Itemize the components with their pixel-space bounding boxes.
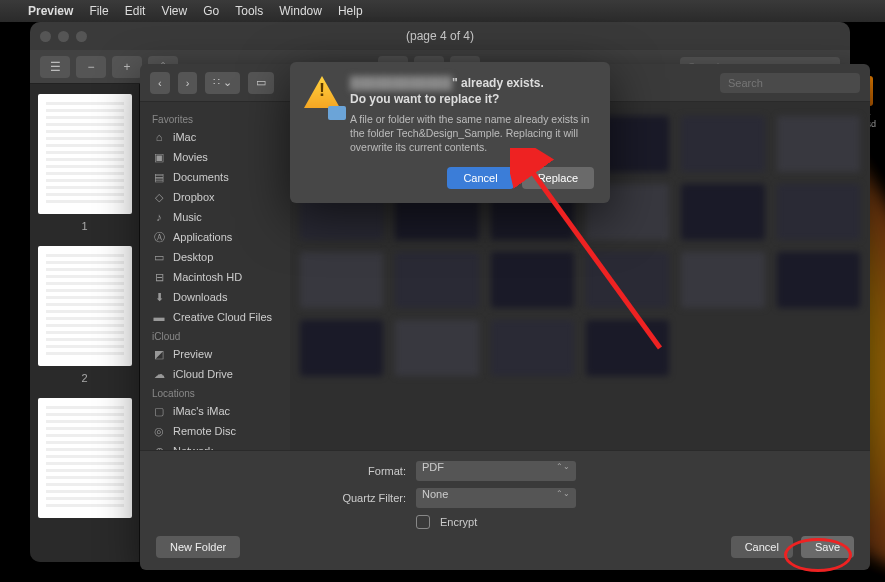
sidebar-item-downloads[interactable]: ⬇Downloads: [140, 287, 290, 307]
dialog-description: A file or folder with the same name alre…: [350, 112, 594, 155]
sheet-search-input[interactable]: [720, 73, 860, 93]
sidebar-item-desktop[interactable]: ▭Desktop: [140, 247, 290, 267]
app-name-menu[interactable]: Preview: [28, 4, 73, 18]
close-window-button[interactable]: [40, 31, 51, 42]
sidebar-item-network[interactable]: ⊕Network: [140, 441, 290, 450]
preview-icon: ◩: [152, 347, 166, 361]
file-item[interactable]: [491, 252, 574, 308]
format-label: Format:: [156, 465, 406, 477]
quartz-value: None: [422, 488, 448, 500]
sidebar-item-label: Documents: [173, 171, 229, 183]
dialog-cancel-button[interactable]: Cancel: [447, 167, 513, 189]
thumbnails-sidebar: 1 2: [30, 84, 140, 562]
cloud-icon: ☁: [152, 367, 166, 381]
file-item[interactable]: [491, 320, 574, 376]
movies-icon: ▣: [152, 150, 166, 164]
music-icon: ♪: [152, 210, 166, 224]
computer-icon: ▢: [152, 404, 166, 418]
menu-window[interactable]: Window: [279, 4, 322, 18]
minimize-window-button[interactable]: [58, 31, 69, 42]
menu-file[interactable]: File: [89, 4, 108, 18]
menu-edit[interactable]: Edit: [125, 4, 146, 18]
sidebar-item-creative-cloud[interactable]: ▬Creative Cloud Files: [140, 307, 290, 327]
sidebar-item-macintosh-hd[interactable]: ⊟Macintosh HD: [140, 267, 290, 287]
documents-icon: ▤: [152, 170, 166, 184]
quartz-filter-select[interactable]: None: [416, 488, 576, 508]
file-item[interactable]: [681, 184, 764, 240]
dialog-headline: ████████████" already exists.: [350, 76, 594, 90]
sidebar-heading-favorites: Favorites: [140, 110, 290, 127]
window-title: (page 4 of 4): [406, 29, 474, 43]
sidebar-item-music[interactable]: ♪Music: [140, 207, 290, 227]
thumbnail-label: 2: [38, 372, 131, 384]
encrypt-checkbox[interactable]: [416, 515, 430, 529]
sidebar-heading-icloud: iCloud: [140, 327, 290, 344]
downloads-icon: ⬇: [152, 290, 166, 304]
file-item[interactable]: [300, 252, 383, 308]
sidebar-item-dropbox[interactable]: ◇Dropbox: [140, 187, 290, 207]
file-item[interactable]: [681, 116, 764, 172]
file-item[interactable]: [586, 320, 669, 376]
save-button[interactable]: Save: [801, 536, 854, 558]
file-item[interactable]: [681, 252, 764, 308]
sidebar-item-imac[interactable]: ⌂iMac: [140, 127, 290, 147]
zoom-window-button[interactable]: [76, 31, 87, 42]
replace-dialog: ████████████" already exists. Do you wan…: [290, 62, 610, 203]
sidebar-item-label: iMac's iMac: [173, 405, 230, 417]
disc-icon: ◎: [152, 424, 166, 438]
sidebar-item-preview[interactable]: ◩Preview: [140, 344, 290, 364]
sidebar-item-icloud-drive[interactable]: ☁iCloud Drive: [140, 364, 290, 384]
finder-sidebar: Favorites ⌂iMac ▣Movies ▤Documents ◇Drop…: [140, 102, 290, 450]
file-item[interactable]: [300, 320, 383, 376]
file-item[interactable]: [395, 320, 478, 376]
desktop-icon: ▭: [152, 250, 166, 264]
file-item[interactable]: [586, 252, 669, 308]
sidebar-item-applications[interactable]: ⒶApplications: [140, 227, 290, 247]
warning-icon: [304, 76, 344, 116]
sidebar-item-remote-disc[interactable]: ◎Remote Disc: [140, 421, 290, 441]
disk-icon: ⊟: [152, 270, 166, 284]
sidebar-heading-locations: Locations: [140, 384, 290, 401]
zoom-out-button[interactable]: −: [76, 56, 106, 78]
dialog-question: Do you want to replace it?: [350, 92, 594, 106]
sidebar-toggle-button[interactable]: ☰: [40, 56, 70, 78]
page-thumbnail[interactable]: [38, 398, 132, 518]
titlebar: (page 4 of 4): [30, 22, 850, 50]
file-item[interactable]: [777, 116, 860, 172]
sidebar-item-label: Music: [173, 211, 202, 223]
sidebar-item-label: Macintosh HD: [173, 271, 242, 283]
sidebar-item-label: Applications: [173, 231, 232, 243]
new-folder-button[interactable]: New Folder: [156, 536, 240, 558]
zoom-in-button[interactable]: +: [112, 56, 142, 78]
dialog-replace-button[interactable]: Replace: [522, 167, 594, 189]
encrypt-label: Encrypt: [440, 516, 477, 528]
quartz-filter-label: Quartz Filter:: [156, 492, 406, 504]
page-thumbnail[interactable]: [38, 94, 132, 214]
back-button[interactable]: ‹: [150, 72, 170, 94]
menu-view[interactable]: View: [161, 4, 187, 18]
menubar: Preview File Edit View Go Tools Window H…: [0, 0, 885, 22]
sidebar-item-movies[interactable]: ▣Movies: [140, 147, 290, 167]
sidebar-item-label: iCloud Drive: [173, 368, 233, 380]
menu-tools[interactable]: Tools: [235, 4, 263, 18]
forward-button[interactable]: ›: [178, 72, 198, 94]
menu-help[interactable]: Help: [338, 4, 363, 18]
file-item[interactable]: [777, 184, 860, 240]
format-value: PDF: [422, 461, 444, 473]
sidebar-item-label: Desktop: [173, 251, 213, 263]
menu-go[interactable]: Go: [203, 4, 219, 18]
view-mode-button[interactable]: ∷ ⌄: [205, 72, 240, 94]
sidebar-item-documents[interactable]: ▤Documents: [140, 167, 290, 187]
sidebar-item-label: Movies: [173, 151, 208, 163]
sidebar-item-imacs-imac[interactable]: ▢iMac's iMac: [140, 401, 290, 421]
sheet-footer: Format: PDF Quartz Filter: None Encrypt …: [140, 450, 870, 570]
cancel-button[interactable]: Cancel: [731, 536, 793, 558]
file-item[interactable]: [777, 252, 860, 308]
sidebar-item-label: Dropbox: [173, 191, 215, 203]
sidebar-item-label: Preview: [173, 348, 212, 360]
sidebar-item-label: iMac: [173, 131, 196, 143]
page-thumbnail[interactable]: [38, 246, 132, 366]
path-button[interactable]: ▭: [248, 72, 274, 94]
format-select[interactable]: PDF: [416, 461, 576, 481]
file-item[interactable]: [395, 252, 478, 308]
